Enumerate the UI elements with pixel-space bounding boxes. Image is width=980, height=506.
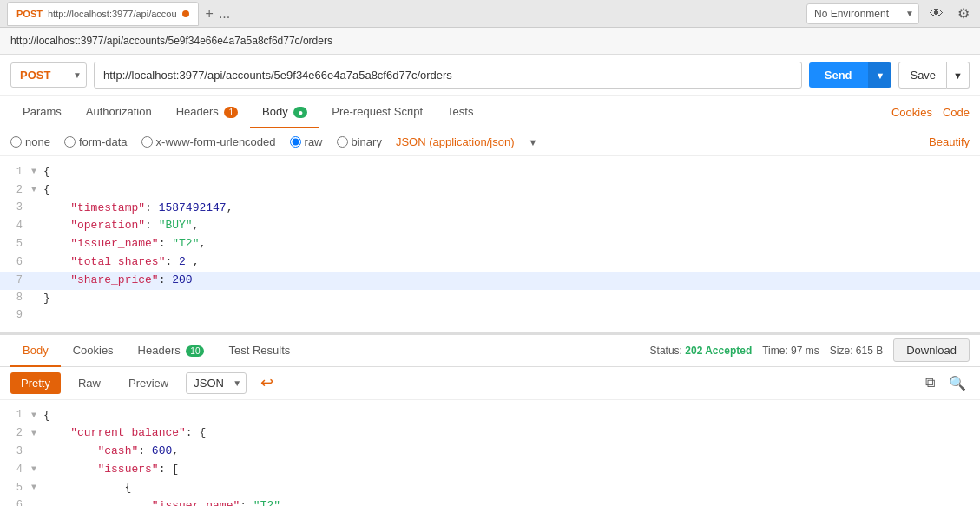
req-line-2: 2 ▼ { [0, 181, 980, 200]
tab-active-dot [182, 10, 189, 17]
req-line-5: 5 "issuer_name": "T2", [0, 235, 980, 253]
top-bar: POST http://localhost:3977/api/accou + .… [0, 0, 980, 28]
tab-nav-right: Cookies Code [891, 106, 970, 119]
send-button-group: Send ▼ [809, 62, 892, 88]
resp-line-4: 4 ▼ "issuers": [ [0, 461, 980, 479]
body-type-raw[interactable]: raw [290, 135, 323, 148]
save-dropdown-button[interactable]: ▼ [947, 62, 970, 89]
breadcrumb-url: http://localhost:3977/api/accounts/5e9f3… [0, 28, 980, 55]
resp-line-6: 6 "issuer_name": "T2", [0, 497, 980, 506]
request-body-editor[interactable]: 1 ▼ { 2 ▼ { 3 "timestamp": 1587492147, 4… [0, 156, 980, 333]
req-line-6: 6 "total_shares": 2 , [0, 253, 980, 272]
req-line-3: 3 "timestamp": 1587492147, [0, 200, 980, 218]
tab-url: http://localhost:3977/api/accou [48, 9, 177, 19]
top-right-controls: No Environment ▼ 👁 ⚙ [806, 3, 973, 24]
tab-tests[interactable]: Tests [435, 96, 485, 128]
request-tab[interactable]: POST http://localhost:3977/api/accou [7, 2, 199, 26]
tab-method: POST [16, 9, 43, 19]
tab-headers[interactable]: Headers 1 [164, 96, 250, 128]
format-type-selector[interactable]: JSON XML HTML Text ▼ [186, 372, 247, 394]
send-dropdown-button[interactable]: ▼ [868, 62, 892, 88]
code-link[interactable]: Code [943, 106, 970, 119]
req-line-8: 8 } [0, 290, 980, 308]
request-tab-nav: Params Authorization Headers 1 Body ● Pr… [0, 96, 980, 128]
cookies-link[interactable]: Cookies [891, 106, 932, 119]
request-row: POST GET PUT DELETE ▼ Send ▼ Save ▼ [0, 55, 980, 96]
resp-line-5: 5 ▼ { [0, 479, 980, 497]
wrap-icon[interactable]: ↩ [260, 373, 273, 392]
resp-line-3: 3 "cash": 600, [0, 443, 980, 461]
resp-tab-body[interactable]: Body [10, 335, 61, 367]
format-raw-button[interactable]: Raw [68, 372, 111, 394]
format-pretty-button[interactable]: Pretty [10, 372, 61, 394]
request-section: POST GET PUT DELETE ▼ Send ▼ Save ▼ Para… [0, 55, 980, 334]
eye-icon-button[interactable]: 👁 [926, 4, 947, 23]
resp-tab-test-results[interactable]: Test Results [216, 335, 302, 367]
time-label: Time: 97 ms [762, 345, 819, 357]
tab-more-button[interactable]: ... [219, 6, 230, 22]
req-line-7: 7 "share_price": 200 [0, 272, 980, 290]
gear-icon-button[interactable]: ⚙ [954, 3, 973, 23]
response-body-viewer: 1 ▼ { 2 ▼ "current_balance": { 3 "cash":… [0, 400, 980, 506]
env-select-input[interactable]: No Environment [806, 3, 919, 24]
json-type-selector[interactable]: JSON (application/json) [396, 135, 515, 148]
status-label: Status: 202 Accepted [650, 345, 753, 357]
environment-selector[interactable]: No Environment ▼ [806, 3, 919, 24]
body-type-none[interactable]: none [10, 135, 50, 148]
tab-authorization[interactable]: Authorization [74, 96, 164, 128]
search-response-button[interactable]: 🔍 [945, 373, 970, 393]
resp-line-1: 1 ▼ { [0, 407, 980, 425]
resp-line-2: 2 ▼ "current_balance": { [0, 424, 980, 443]
method-select-input[interactable]: POST GET PUT DELETE [10, 62, 87, 88]
format-preview-button[interactable]: Preview [118, 372, 179, 394]
save-button-group: Save ▼ [898, 62, 970, 89]
body-type-binary[interactable]: binary [337, 135, 382, 148]
json-type-chevron-icon[interactable]: ▼ [528, 137, 537, 148]
copy-response-button[interactable]: ⧉ [922, 373, 938, 393]
req-line-4: 4 "operation": "BUY", [0, 217, 980, 235]
send-button[interactable]: Send [809, 62, 868, 88]
response-tab-nav: Body Cookies Headers 10 Test Results Sta… [0, 334, 980, 367]
resp-tab-cookies[interactable]: Cookies [61, 335, 126, 367]
req-line-1: 1 ▼ { [0, 163, 980, 181]
download-button[interactable]: Download [893, 338, 970, 362]
method-selector[interactable]: POST GET PUT DELETE ▼ [10, 62, 87, 88]
tab-params[interactable]: Params [10, 96, 74, 128]
response-format-right: ⧉ 🔍 [922, 373, 970, 393]
beautify-button[interactable]: Beautify [929, 135, 970, 148]
save-button[interactable]: Save [898, 62, 947, 89]
response-section: Body Cookies Headers 10 Test Results Sta… [0, 334, 980, 506]
tab-body[interactable]: Body ● [250, 96, 319, 128]
body-type-row: none form-data x-www-form-urlencoded raw… [0, 128, 980, 156]
response-status-bar: Status: 202 Accepted Time: 97 ms Size: 6… [650, 338, 970, 362]
body-type-urlencoded[interactable]: x-www-form-urlencoded [141, 135, 276, 148]
new-tab-button[interactable]: + [206, 6, 214, 22]
status-code: 202 Accepted [685, 345, 752, 357]
tab-pre-request[interactable]: Pre-request Script [319, 96, 435, 128]
size-label: Size: 615 B [830, 345, 883, 357]
response-format-row: Pretty Raw Preview JSON XML HTML Text ▼ … [0, 367, 980, 400]
url-input[interactable] [94, 62, 802, 89]
resp-tab-headers[interactable]: Headers 10 [126, 335, 217, 367]
body-type-formdata[interactable]: form-data [64, 135, 128, 148]
format-select-input[interactable]: JSON XML HTML Text [186, 372, 247, 394]
req-line-9: 9 [0, 307, 980, 324]
